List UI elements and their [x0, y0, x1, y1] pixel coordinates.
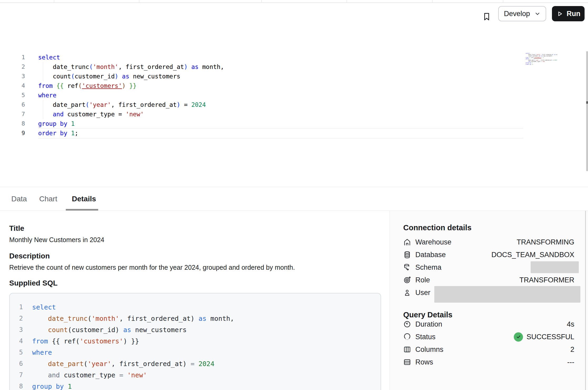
editor-scrollbar-cursor-marker: [586, 101, 588, 104]
tab-data[interactable]: Data: [10, 187, 28, 211]
results-tabbar: Data Chart Details: [0, 187, 588, 211]
develop-button-label: Develop: [504, 10, 530, 18]
app-window: Develop Run Query completed in 4s Enviro…: [0, 0, 588, 390]
code-token: select: [32, 303, 56, 311]
line-number: 6: [12, 358, 23, 369]
detail-value: 2: [570, 346, 574, 354]
database-icon: [403, 251, 411, 259]
code-token: [32, 315, 48, 322]
tab-details[interactable]: Details: [70, 187, 98, 211]
detail-label: Database: [415, 251, 446, 259]
browser-tab-divider: [347, 0, 347, 2]
supplied-sql-block: 12345678 select date_trunc('month', firs…: [9, 293, 381, 390]
line-number: 1: [0, 53, 25, 62]
redacted-user-value: [434, 286, 580, 303]
role-icon: [403, 276, 411, 284]
rows-icon: [403, 358, 411, 366]
code-token: 'customers': [80, 337, 123, 345]
connection-details-heading: Connection details: [403, 223, 471, 232]
detail-label: Columns: [415, 346, 444, 354]
bookmark-button[interactable]: [481, 11, 492, 22]
code-token: [188, 63, 191, 70]
line-number: 1: [12, 302, 23, 313]
tab-chart[interactable]: Chart: [38, 187, 59, 211]
code-token: }}: [129, 82, 137, 89]
warehouse-icon: [403, 238, 411, 246]
code-token: as: [122, 73, 129, 80]
code-token: ): [183, 360, 191, 368]
title-value: Monthly New Customers in 2024: [9, 236, 104, 244]
code-token: 'new': [126, 111, 144, 118]
sql-editor[interactable]: 123456789 select date_trunc('month', fir…: [0, 26, 588, 187]
editor-scrollbar[interactable]: [586, 51, 588, 171]
success-check-icon: [514, 332, 523, 342]
code-token: ;: [75, 130, 78, 137]
code-token: from: [32, 337, 48, 345]
code-line: count(customer_id) as new_customers: [38, 72, 224, 81]
code-token: [64, 383, 68, 390]
line-number: 7: [0, 109, 25, 119]
code-token: where: [38, 92, 56, 99]
code-token: 'new': [127, 371, 147, 379]
code-token: group by: [32, 383, 64, 390]
browser-tab-divider: [139, 0, 139, 2]
editor-code: select date_trunc('month', first_ordered…: [38, 53, 224, 138]
code-token: (: [86, 101, 89, 108]
code-token: [32, 360, 48, 368]
code-token: 2024: [191, 101, 206, 108]
code-token: ): [177, 101, 180, 108]
code-token: 'year': [88, 360, 111, 368]
browser-tab-strip: [0, 0, 588, 3]
code-token: ): [184, 63, 188, 70]
code-line: group by 1: [38, 119, 224, 128]
minimap[interactable]: select date_trunc('month', first_ordered…: [526, 53, 557, 74]
run-button[interactable]: Run: [552, 6, 585, 21]
code-token: {{: [56, 82, 64, 89]
code-token: (: [89, 63, 93, 70]
line-number: 7: [12, 369, 23, 381]
active-tab-underline: [66, 209, 98, 211]
detail-value-text: 4s: [567, 320, 574, 328]
browser-tab-divider: [503, 0, 503, 2]
detail-value-text: SUCCESSFUL: [526, 333, 574, 341]
detail-value: TRANSFORMING: [517, 238, 574, 246]
code-token: , first_ordered_at: [111, 360, 183, 368]
detail-value-text: 2: [570, 346, 574, 354]
detail-value: DOCS_TEAM_SANDBOX: [491, 251, 574, 259]
code-token: date_trunc: [38, 63, 89, 70]
code-token: order by: [38, 130, 67, 137]
code-token: =: [552, 59, 554, 61]
code-token: 2024: [198, 360, 214, 368]
detail-row-duration: Duration4s: [403, 318, 574, 331]
code-token: select: [38, 54, 60, 61]
code-token: [38, 111, 53, 118]
code-token: =: [119, 371, 123, 379]
code-token: , first_ordered_at: [119, 315, 191, 322]
code-token: month,: [198, 63, 224, 70]
spinner-icon: [403, 333, 411, 341]
code-token: date_trunc: [48, 315, 88, 322]
code-line: date_trunc('month', first_ordered_at) as…: [32, 313, 234, 324]
panel-scrollbar[interactable]: [585, 211, 586, 390]
description-value: Retrieve the count of new customers per …: [9, 264, 295, 271]
code-token: [53, 82, 56, 89]
code-token: as: [123, 326, 131, 334]
supplied-sql-heading: Supplied SQL: [9, 279, 58, 287]
line-number: 2: [0, 62, 25, 72]
develop-button[interactable]: Develop: [498, 6, 546, 21]
code-token: 'customers': [534, 57, 541, 58]
detail-value: TRANSFORMER: [520, 276, 575, 284]
header-bar: Develop Run: [0, 3, 588, 27]
code-token: 1: [71, 120, 75, 127]
code-token: , first_ordered_at: [111, 101, 177, 108]
line-number: 3: [0, 72, 25, 81]
code-token: date_part: [38, 101, 86, 108]
clock-icon: [403, 320, 411, 328]
supplied-sql-code: select date_trunc('month', first_ordered…: [32, 302, 234, 390]
detail-label: Status: [415, 333, 436, 341]
detail-row-columns: Columns2: [403, 343, 574, 356]
code-token: (: [78, 82, 82, 89]
code-token: 1: [71, 130, 75, 137]
code-token: }}: [543, 57, 544, 58]
code-line: select: [38, 53, 224, 62]
